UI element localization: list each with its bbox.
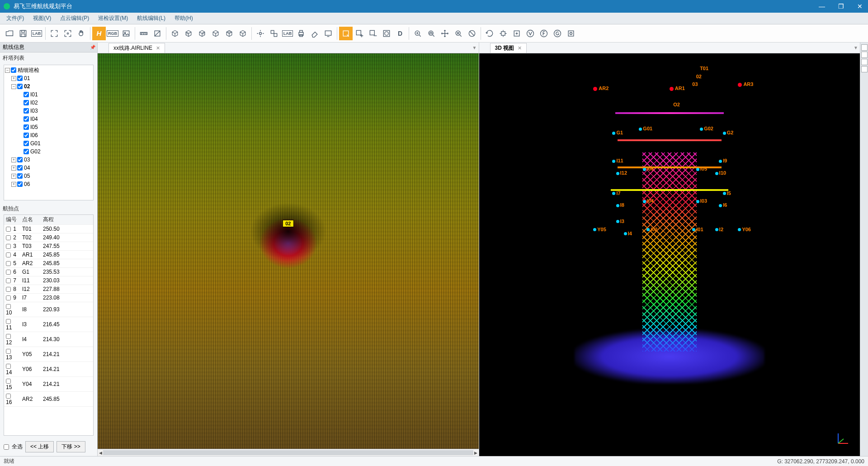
table-row[interactable]: 1T01250.50 — [4, 225, 93, 233]
settings-box-icon[interactable] — [564, 27, 578, 40]
tree-checkbox[interactable] — [17, 84, 23, 89]
row-checkbox[interactable] — [6, 235, 11, 240]
tree-leaf[interactable]: G01 — [5, 139, 92, 147]
tree-checkbox[interactable] — [24, 124, 29, 130]
row-checkbox[interactable] — [6, 295, 11, 300]
move-up-button[interactable]: << 上移 — [25, 441, 54, 452]
screen-icon[interactable] — [321, 27, 335, 40]
view-bottom-icon[interactable] — [236, 27, 250, 40]
view-front-icon[interactable] — [168, 27, 182, 40]
move-icon[interactable] — [438, 27, 452, 40]
table-row[interactable]: 3T03247.55 — [4, 242, 93, 251]
tree-node-03[interactable]: +03 — [5, 156, 92, 164]
tree-node-01[interactable]: +01 — [5, 74, 92, 82]
tree-checkbox[interactable] — [24, 116, 29, 122]
tree-leaf[interactable]: I02 — [5, 99, 92, 107]
print-icon[interactable] — [294, 27, 308, 40]
tree-checkbox[interactable] — [24, 100, 29, 105]
tree-root[interactable]: − 精细巡检 — [5, 66, 92, 74]
add-box-icon[interactable] — [510, 27, 524, 40]
tree-checkbox[interactable] — [24, 141, 29, 146]
tree-checkbox[interactable] — [24, 108, 29, 114]
right-tool-2[interactable] — [861, 52, 868, 58]
tree-node-04[interactable]: +04 — [5, 164, 92, 172]
table-row[interactable]: 13Y05214.21 — [4, 347, 93, 362]
row-checkbox[interactable] — [6, 334, 11, 339]
scroll-left-icon[interactable]: ◀ — [98, 449, 103, 456]
menu-pointcloud-edit[interactable]: 点云编辑(P) — [56, 14, 94, 22]
menu-file[interactable]: 文件(F) — [2, 14, 28, 22]
table-row[interactable]: 12I4214.30 — [4, 332, 93, 347]
view-back-icon[interactable] — [182, 27, 195, 40]
row-checkbox[interactable] — [6, 304, 11, 309]
tower-marker-02[interactable]: 02 — [283, 220, 293, 227]
tab-dropdown-icon[interactable]: ▼ — [854, 45, 858, 50]
tree-checkbox[interactable] — [24, 133, 29, 138]
row-checkbox[interactable] — [6, 364, 11, 369]
measure-distance-icon[interactable] — [137, 27, 151, 40]
maximize-button[interactable]: ❐ — [836, 2, 845, 11]
table-row[interactable]: 10I8220.93 — [4, 302, 93, 317]
tree-leaf[interactable]: I01 — [5, 90, 92, 99]
expand-icon[interactable]: − — [11, 84, 16, 89]
tab-dropdown-icon[interactable]: ▼ — [472, 45, 477, 50]
col-id[interactable]: 编号 — [4, 215, 20, 225]
expand-icon[interactable]: + — [11, 174, 16, 179]
select-add-icon[interactable] — [353, 27, 366, 40]
topview-tab[interactable]: xx线路.AIRLINE ✕ — [108, 43, 165, 53]
v-icon[interactable] — [524, 27, 537, 40]
tree-node-06[interactable]: +06 — [5, 180, 92, 188]
row-checkbox[interactable] — [6, 261, 11, 266]
right-tool-4[interactable] — [861, 66, 868, 72]
deny-icon[interactable] — [465, 27, 479, 40]
col-elev[interactable]: 高程 — [41, 215, 93, 225]
table-row[interactable]: 6G1235.53 — [4, 268, 93, 276]
table-row[interactable]: 11I3216.45 — [4, 317, 93, 332]
menu-route-edit[interactable]: 航线编辑(L) — [132, 14, 170, 22]
tree-leaf[interactable]: G02 — [5, 147, 92, 156]
tree-checkbox[interactable] — [17, 76, 23, 81]
table-row[interactable]: 8I12227.88 — [4, 285, 93, 294]
measure-area-icon[interactable] — [151, 27, 164, 40]
scroll-right-icon[interactable]: ▶ — [473, 449, 479, 456]
row-checkbox[interactable] — [6, 278, 11, 283]
tree-node-05[interactable]: +05 — [5, 172, 92, 180]
table-row[interactable]: 4AR1245.85 — [4, 251, 93, 259]
topview-hscroll[interactable]: ◀ ▶ — [98, 449, 479, 456]
row-checkbox[interactable] — [6, 394, 11, 399]
close-tab-icon[interactable]: ✕ — [518, 45, 522, 51]
expand-icon[interactable]: + — [11, 157, 16, 162]
tower-tree[interactable]: − 精细巡检 +01 −02 I01 I02 I03 I04 I05 I06 G… — [4, 65, 94, 200]
points-table-box[interactable]: 编号 点名 高程 1T01250.50 2T02249.40 3T03247.5… — [4, 214, 94, 436]
right-tool-1[interactable] — [861, 44, 868, 51]
row-checkbox[interactable] — [6, 379, 11, 384]
target-icon[interactable] — [496, 27, 510, 40]
move-down-button[interactable]: 下移 >> — [57, 441, 85, 452]
topview-canvas[interactable]: 02 — [98, 53, 479, 449]
expand-icon[interactable]: + — [11, 166, 16, 171]
fit-selection-icon[interactable] — [61, 27, 75, 40]
table-row[interactable]: 2T02249.40 — [4, 233, 93, 242]
select-circle-icon[interactable] — [380, 27, 393, 40]
view3d-canvas[interactable]: T01 02 03 AR2 AR1 AR3 O2 G1 G01 G02 G2 I… — [479, 53, 860, 456]
view-top-icon[interactable] — [222, 27, 236, 40]
view-right-icon[interactable] — [209, 27, 222, 40]
close-tab-icon[interactable]: ✕ — [156, 45, 160, 51]
color-image-icon[interactable] — [119, 27, 133, 40]
save-icon[interactable] — [16, 27, 30, 40]
expand-icon[interactable]: + — [11, 182, 16, 187]
fit-extent-icon[interactable] — [47, 27, 61, 40]
zoom-home-icon[interactable] — [425, 27, 438, 40]
tree-checkbox[interactable] — [17, 181, 23, 187]
menu-help[interactable]: 帮助(H) — [170, 14, 198, 22]
table-row[interactable]: 16AR2245.85 — [4, 392, 93, 407]
pan-icon[interactable] — [75, 27, 88, 40]
g-icon[interactable] — [551, 27, 564, 40]
select-remove-icon[interactable] — [366, 27, 380, 40]
row-checkbox[interactable] — [6, 244, 11, 249]
minimize-button[interactable]: — — [817, 2, 826, 11]
select-rect-icon[interactable] — [339, 27, 353, 40]
table-row[interactable]: 14Y06214.21 — [4, 362, 93, 377]
table-row[interactable]: 7I11230.03 — [4, 276, 93, 285]
right-tool-3[interactable] — [861, 59, 868, 65]
